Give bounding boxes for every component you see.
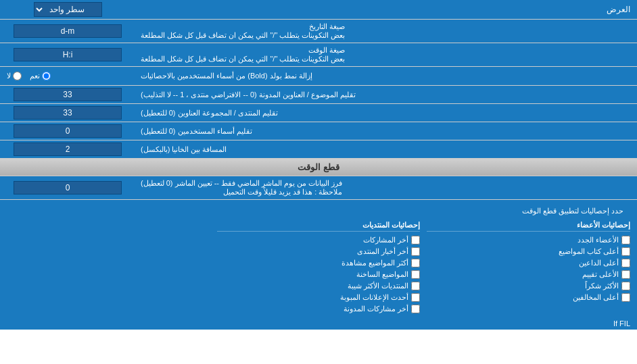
date-format-input[interactable] (14, 24, 122, 38)
bottom-note: If FIL (0, 317, 637, 330)
cb-latest-classifieds-text: أحدث الإعلانات المبوبة (340, 293, 408, 302)
cb-last-news-label[interactable]: أخر أخبار المنتدى (217, 247, 421, 256)
col-forums-header: إحصائيات المنتديات (217, 219, 421, 232)
cb-last-posts-label[interactable]: أخر المشاركات (217, 236, 421, 244)
topics-order-label: تقليم الموضوع / العناوين المدونة (0 -- ا… (135, 86, 637, 103)
checkboxes-section: حدد إحصاليات لتطبيق قطع الوقت إحصائيات ا… (0, 200, 637, 317)
bold-radio-yes-text: نعم (30, 72, 40, 80)
forum-order-input-wrapper (0, 104, 135, 122)
bold-radio-no-label[interactable]: لا (7, 72, 22, 80)
cb-hot-topics-label[interactable]: المواضيع الساخنة (217, 270, 421, 279)
cb-top-writers-text: أعلى كتاب المواضيع (559, 247, 619, 256)
realtime-data-input-wrapper (0, 176, 135, 199)
display-row: العرض سطر واحد سطرين ثلاثة أسطر (0, 0, 637, 20)
cb-most-viewed[interactable] (411, 259, 420, 267)
checkbox-col-members: إحصائيات الأعضاء الأعضاء الجدد أعلى كتاب… (427, 219, 630, 313)
bold-remove-label: إزالة نمط بولد (Bold) من أسماء المستخدمي… (135, 69, 637, 83)
cb-top-writers-label[interactable]: أعلى كتاب المواضيع (427, 247, 630, 256)
cb-hot-topics-text: المواضيع الساخنة (356, 270, 408, 279)
cb-last-posts[interactable] (411, 236, 420, 244)
forum-order-row: تقليم المنتدى / المجموعة العناوين (0 للت… (0, 104, 637, 122)
forum-order-label: تقليم المنتدى / المجموعة العناوين (0 للت… (135, 104, 637, 122)
cb-top-referrers-label[interactable]: أعلى الداعين (427, 259, 630, 267)
bold-remove-radio-area: نعم لا (0, 70, 135, 82)
cb-new-members-label[interactable]: الأعضاء الجدد (427, 236, 630, 244)
cb-last-news[interactable] (411, 247, 420, 256)
cb-top-referrers[interactable] (621, 259, 630, 267)
col-members-header: إحصائيات الأعضاء (427, 219, 630, 232)
users-trim-input[interactable] (14, 124, 122, 138)
cb-top-writers[interactable] (621, 247, 630, 256)
cb-most-viewed-text: أكثر المواضيع مشاهدة (341, 259, 408, 267)
cb-top-referrers-text: أعلى الداعين (579, 259, 619, 267)
date-format-input-wrapper (0, 20, 135, 43)
time-format-input[interactable] (14, 48, 122, 61)
cb-top-rated-label[interactable]: الأعلى تقييم (427, 270, 630, 279)
date-format-row: صيغة التاريخ بعض التكوينات يتطلب "/" الت… (0, 20, 637, 43)
checkboxes-grid: إحصائيات الأعضاء الأعضاء الجدد أعلى كتاب… (7, 219, 630, 313)
cb-most-popular-forums-label[interactable]: المنتديات الأكثر شيبة (217, 282, 421, 290)
cb-top-rated[interactable] (621, 270, 630, 279)
bold-radio-yes[interactable] (42, 72, 51, 80)
users-trim-row: تقليم أسماء المستخدمين (0 للتعطيل) (0, 122, 637, 140)
time-format-row: صيغة الوقت بعض التكوينات يتطلب "/" التي … (0, 43, 637, 67)
topics-order-row: تقليم الموضوع / العناوين المدونة (0 -- ا… (0, 86, 637, 104)
bold-radio-yes-label[interactable]: نعم (30, 72, 51, 80)
cb-last-news-text: أخر أخبار المنتدى (357, 247, 408, 256)
columns-gap-label: المسافة بين الخانيا (بالبكسل) (135, 140, 637, 158)
time-format-input-wrapper (0, 43, 135, 66)
display-select[interactable]: سطر واحد سطرين ثلاثة أسطر (34, 2, 102, 17)
realtime-data-input[interactable] (14, 181, 122, 194)
bold-remove-row: إزالة نمط بولد (Bold) من أسماء المستخدمي… (0, 67, 637, 86)
cb-last-blog-posts-text: أخر مشاركات المدونة (344, 305, 408, 313)
topics-order-input-wrapper (0, 86, 135, 103)
date-format-label: صيغة التاريخ بعض التكوينات يتطلب "/" الت… (135, 20, 637, 43)
cb-new-members[interactable] (621, 236, 630, 244)
cb-top-rated-text: الأعلى تقييم (582, 270, 619, 279)
cb-most-popular-forums[interactable] (411, 282, 420, 290)
bold-radio-no-text: لا (7, 72, 11, 80)
cb-most-thanks-text: الأكثر شكراً (585, 282, 619, 290)
realtime-section-header: قطع الوقت (0, 159, 637, 176)
cb-latest-classifieds[interactable] (411, 293, 420, 302)
cb-last-blog-posts[interactable] (411, 305, 420, 313)
cb-new-members-text: الأعضاء الجدد (577, 236, 619, 244)
display-select-wrapper: سطر واحد سطرين ثلاثة أسطر (0, 0, 135, 19)
bold-radio-no[interactable] (13, 72, 22, 80)
checkboxes-title: حدد إحصاليات لتطبيق قطع الوقت (7, 204, 630, 219)
users-trim-label: تقليم أسماء المستخدمين (0 للتعطيل) (135, 122, 637, 140)
columns-gap-row: المسافة بين الخانيا (بالبكسل) (0, 140, 637, 159)
checkbox-col-empty (7, 219, 210, 313)
columns-gap-input-wrapper (0, 140, 135, 158)
realtime-data-label: فرز البيانات من يوم الماشر الماضي فقط --… (135, 176, 637, 199)
users-trim-input-wrapper (0, 122, 135, 140)
cb-last-blog-posts-label[interactable]: أخر مشاركات المدونة (217, 305, 421, 313)
time-format-label: صيغة الوقت بعض التكوينات يتطلب "/" التي … (135, 43, 637, 66)
cb-most-viewed-label[interactable]: أكثر المواضيع مشاهدة (217, 259, 421, 267)
main-container: العرض سطر واحد سطرين ثلاثة أسطر صيغة الت… (0, 0, 637, 330)
cb-top-violations-label[interactable]: أعلى المخالفين (427, 293, 630, 302)
topics-order-input[interactable] (14, 88, 122, 101)
forum-order-input[interactable] (14, 106, 122, 120)
columns-gap-input[interactable] (14, 142, 122, 156)
checkbox-col-forums: إحصائيات المنتديات أخر المشاركات أخر أخب… (217, 219, 421, 313)
display-label: العرض (135, 2, 637, 17)
cb-most-thanks[interactable] (621, 282, 630, 290)
cb-most-thanks-label[interactable]: الأكثر شكراً (427, 282, 630, 290)
cb-last-posts-text: أخر المشاركات (363, 236, 408, 244)
cb-latest-classifieds-label[interactable]: أحدث الإعلانات المبوبة (217, 293, 421, 302)
cb-hot-topics[interactable] (411, 270, 420, 279)
realtime-data-row: فرز البيانات من يوم الماشر الماضي فقط --… (0, 176, 637, 200)
cb-top-violations[interactable] (621, 293, 630, 302)
cb-most-popular-forums-text: المنتديات الأكثر شيبة (348, 282, 408, 290)
cb-top-violations-text: أعلى المخالفين (573, 293, 619, 302)
